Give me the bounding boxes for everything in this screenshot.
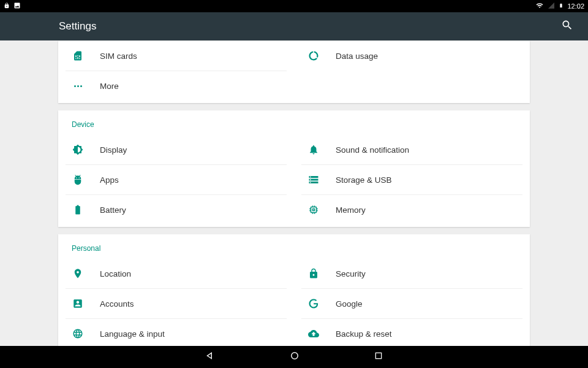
item-label: Google xyxy=(336,299,363,309)
account-icon xyxy=(72,298,83,309)
no-signal-icon xyxy=(548,2,555,10)
screenshot-icon xyxy=(13,2,21,10)
item-label: More xyxy=(100,82,119,91)
nav-recent-button[interactable] xyxy=(374,351,383,363)
section-header-device: Device xyxy=(58,110,530,135)
sim-icon xyxy=(72,50,83,61)
settings-item-language[interactable]: Language & input xyxy=(58,319,294,346)
settings-item-google[interactable]: Google xyxy=(294,289,530,318)
lock-icon xyxy=(308,268,319,279)
search-button[interactable] xyxy=(561,19,573,34)
navigation-bar xyxy=(0,346,588,368)
item-label: Accounts xyxy=(100,299,134,309)
battery-icon xyxy=(72,204,83,215)
svg-rect-1 xyxy=(375,353,381,358)
display-icon xyxy=(72,144,83,155)
item-label: Location xyxy=(100,269,131,278)
battery-icon xyxy=(559,1,564,11)
settings-item-security[interactable]: Security xyxy=(294,259,530,288)
settings-item-battery[interactable]: Battery xyxy=(58,195,294,224)
wifi-icon xyxy=(535,2,544,10)
item-label: Battery xyxy=(100,205,126,215)
item-label: Memory xyxy=(336,205,366,215)
wireless-card-partial: SIM cards Data usage More xyxy=(58,40,530,103)
search-icon xyxy=(561,19,573,31)
item-label: Language & input xyxy=(100,329,165,339)
settings-item-sound[interactable]: Sound & notification xyxy=(294,135,530,164)
nav-back-button[interactable] xyxy=(205,350,216,364)
personal-card: Personal Location Security Accounts xyxy=(58,234,530,346)
settings-item-location[interactable]: Location xyxy=(58,259,294,288)
svg-point-0 xyxy=(292,353,298,359)
settings-item-data-usage[interactable]: Data usage xyxy=(294,41,530,71)
more-icon xyxy=(74,85,82,87)
lock-icon xyxy=(4,2,10,10)
settings-item-backup[interactable]: Backup & reset xyxy=(294,319,530,346)
device-card: Device Display Sound & notification A xyxy=(58,110,530,227)
item-label: Data usage xyxy=(336,52,378,61)
back-icon xyxy=(205,350,216,361)
app-bar: Settings xyxy=(0,12,588,40)
settings-item-more[interactable]: More xyxy=(58,71,294,101)
settings-item-display[interactable]: Display xyxy=(58,135,294,164)
nav-home-button[interactable] xyxy=(289,350,300,364)
settings-item-storage[interactable]: Storage & USB xyxy=(294,165,530,194)
item-label: Storage & USB xyxy=(336,175,392,185)
memory-icon xyxy=(308,204,319,215)
status-time: 12:02 xyxy=(567,2,584,10)
status-bar: 12:02 xyxy=(0,0,588,12)
item-label: Backup & reset xyxy=(336,329,392,339)
settings-item-memory[interactable]: Memory xyxy=(294,195,530,224)
settings-item-apps[interactable]: Apps xyxy=(58,165,294,194)
bell-icon xyxy=(308,144,319,155)
item-label: Display xyxy=(100,145,127,155)
location-icon xyxy=(72,268,83,279)
data-usage-icon xyxy=(308,50,319,61)
globe-icon xyxy=(72,328,83,339)
storage-icon xyxy=(308,174,319,185)
apps-icon xyxy=(72,174,83,185)
settings-scroll-area[interactable]: SIM cards Data usage More Device xyxy=(0,40,588,346)
item-label: Sound & notification xyxy=(336,145,409,155)
recent-icon xyxy=(374,351,383,361)
page-title: Settings xyxy=(59,20,96,33)
section-header-personal: Personal xyxy=(58,234,530,259)
item-label: Apps xyxy=(100,175,119,185)
item-label: Security xyxy=(336,269,366,278)
settings-item-sim-cards[interactable]: SIM cards xyxy=(58,41,294,71)
home-icon xyxy=(289,350,300,361)
backup-icon xyxy=(308,328,319,339)
settings-item-accounts[interactable]: Accounts xyxy=(58,289,294,318)
item-label: SIM cards xyxy=(100,52,137,61)
google-icon xyxy=(308,298,319,309)
